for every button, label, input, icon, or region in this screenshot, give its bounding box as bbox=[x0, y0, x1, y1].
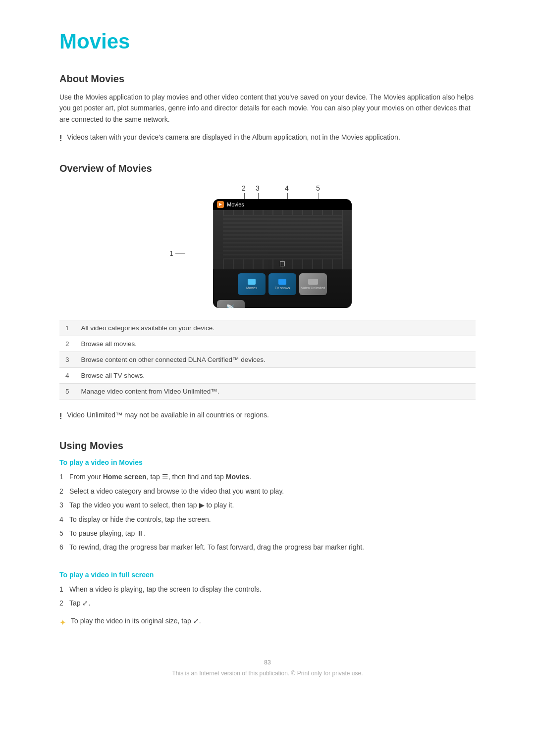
movies-icon-label: Movies bbox=[246, 286, 257, 290]
footer-note-text: This is an Internet version of this publ… bbox=[172, 670, 363, 677]
table-desc: Browse content on other connected DLNA C… bbox=[75, 352, 476, 367]
overview-note: ! Video Unlimited™ may not be available … bbox=[59, 409, 476, 423]
overview-heading: Overview of Movies bbox=[59, 163, 476, 174]
table-num: 2 bbox=[59, 336, 75, 352]
step-content: When a video is playing, tap the screen … bbox=[69, 584, 476, 595]
table-row: 5 Manage video content from Video Unlimi… bbox=[59, 383, 476, 399]
list-item: 2 Select a video category and browse to … bbox=[59, 486, 476, 497]
list-item: 4 To display or hide the controls, tap t… bbox=[59, 514, 476, 525]
tip-icon: ✦ bbox=[59, 616, 66, 629]
table-row: 2 Browse all movies. bbox=[59, 336, 476, 352]
step-num: 1 bbox=[59, 471, 69, 482]
table-desc: Browse all TV shows. bbox=[75, 367, 476, 383]
app-icons-row: Movies TV shows Video Unlimited bbox=[213, 269, 352, 299]
unlimited-icon-shape bbox=[308, 279, 318, 285]
step-num: 2 bbox=[59, 598, 69, 608]
device-icon-shape: 📡 bbox=[226, 304, 236, 308]
step-bold: Home screen bbox=[103, 473, 147, 481]
overview-note-text: Video Unlimited™ may not be available in… bbox=[67, 409, 269, 420]
list-item: 3 Tap the video you want to select, then… bbox=[59, 500, 476, 510]
table-desc: Browse all movies. bbox=[75, 336, 476, 352]
play-video-subsection: To play a video in Movies 1 From your Ho… bbox=[59, 458, 476, 553]
overview-section: Overview of Movies 2 3 4 5 1 bbox=[59, 163, 476, 423]
step-content: Select a video category and browse to th… bbox=[69, 486, 476, 497]
phone-header-title: Movies bbox=[227, 202, 244, 207]
side-label-1: 1 bbox=[169, 250, 185, 257]
film-lines bbox=[223, 215, 342, 259]
label-3: 3 bbox=[256, 184, 260, 192]
unlimited-icon-label: Video Unlimited bbox=[301, 286, 325, 290]
label-5: 5 bbox=[316, 184, 320, 192]
table-num: 3 bbox=[59, 352, 75, 367]
movies-app-icon-small: ▶ bbox=[217, 201, 224, 208]
fullscreen-subsection: To play a video in full screen 1 When a … bbox=[59, 571, 476, 629]
table-desc: All video categories available on your d… bbox=[75, 320, 476, 336]
table-num: 5 bbox=[59, 383, 75, 399]
phone-mockup: ▶ Movies bbox=[213, 199, 352, 308]
step-content: To rewind, drag the progress bar marker … bbox=[69, 542, 476, 553]
about-heading: About Movies bbox=[59, 73, 476, 85]
circle-top bbox=[280, 261, 285, 266]
page-number-text: 83 bbox=[264, 659, 270, 666]
top-labels-row: 2 3 4 5 bbox=[183, 184, 352, 199]
label-2: 2 bbox=[242, 184, 246, 192]
step-num: 3 bbox=[59, 500, 69, 510]
fullscreen-heading: To play a video in full screen bbox=[59, 571, 476, 579]
step-content: To display or hide the controls, tap the… bbox=[69, 514, 476, 525]
unlimited-app-icon: Video Unlimited bbox=[299, 273, 327, 295]
footer-note: This is an Internet version of this publ… bbox=[59, 670, 476, 677]
movies-icon-dot bbox=[248, 279, 256, 285]
table-row: 4 Browse all TV shows. bbox=[59, 367, 476, 383]
step-content: Tap the video you want to select, then t… bbox=[69, 500, 476, 510]
about-note: ! Videos taken with your device's camera… bbox=[59, 132, 476, 145]
step-num: 6 bbox=[59, 542, 69, 553]
circle-indicators bbox=[280, 261, 285, 266]
tvshows-icon-dot bbox=[278, 279, 286, 285]
list-item: 6 To rewind, drag the progress bar marke… bbox=[59, 542, 476, 553]
film-content bbox=[213, 215, 352, 259]
step-content: Tap ⤢. bbox=[69, 598, 476, 608]
step-num: 1 bbox=[59, 584, 69, 595]
side-line bbox=[175, 253, 185, 253]
fullscreen-steps: 1 When a video is playing, tap the scree… bbox=[59, 584, 476, 609]
using-section: Using Movies To play a video in Movies 1… bbox=[59, 440, 476, 629]
step-content: To pause playing, tap ⏸. bbox=[69, 528, 476, 539]
movies-app-icon: Movies bbox=[238, 273, 266, 295]
play-video-steps: 1 From your Home screen, tap ☰, then fin… bbox=[59, 471, 476, 553]
list-item: 5 To pause playing, tap ⏸. bbox=[59, 528, 476, 539]
about-body: Use the Movies application to play movie… bbox=[59, 92, 476, 125]
play-video-heading: To play a video in Movies bbox=[59, 458, 476, 466]
page-title: Movies bbox=[59, 30, 476, 53]
overview-table: 1 All video categories available on your… bbox=[59, 320, 476, 400]
film-thumbnail bbox=[223, 215, 342, 259]
phone-wrapper: 1 ▶ Movies bbox=[183, 199, 352, 308]
table-num: 4 bbox=[59, 367, 75, 383]
table-desc: Manage video content from Video Unlimite… bbox=[75, 383, 476, 399]
step-bold2: Movies bbox=[226, 473, 249, 481]
label-1: 1 bbox=[169, 250, 173, 257]
tvshows-app-icon: TV shows bbox=[268, 273, 296, 295]
phone-screen: ▶ Movies bbox=[213, 199, 352, 308]
list-item: 1 When a video is playing, tap the scree… bbox=[59, 584, 476, 595]
table-num: 1 bbox=[59, 320, 75, 336]
step-content: From your Home screen, tap ☰, then find … bbox=[69, 471, 476, 482]
list-item: 2 Tap ⤢. bbox=[59, 598, 476, 608]
device-icon: 📡 bbox=[217, 300, 245, 308]
step-num: 5 bbox=[59, 528, 69, 539]
list-item: 1 From your Home screen, tap ☰, then fin… bbox=[59, 471, 476, 482]
about-note-text: Videos taken with your device's camera a… bbox=[67, 132, 400, 143]
overview-note-icon: ! bbox=[59, 410, 62, 423]
phone-header: ▶ Movies bbox=[213, 199, 352, 210]
fullscreen-tip-text: To play the video in its original size, … bbox=[71, 615, 201, 626]
table-row: 1 All video categories available on your… bbox=[59, 320, 476, 336]
note-icon: ! bbox=[59, 132, 62, 145]
using-heading: Using Movies bbox=[59, 440, 476, 452]
tvshows-icon-label: TV shows bbox=[275, 286, 290, 290]
page-number: 83 bbox=[59, 659, 476, 666]
devices-row: 📡 bbox=[213, 299, 352, 308]
fullscreen-tip: ✦ To play the video in its original size… bbox=[59, 615, 476, 629]
label-4: 4 bbox=[285, 184, 289, 192]
step-num: 2 bbox=[59, 486, 69, 497]
step-num: 4 bbox=[59, 514, 69, 525]
diagram-outer: 2 3 4 5 1 bbox=[183, 184, 352, 308]
